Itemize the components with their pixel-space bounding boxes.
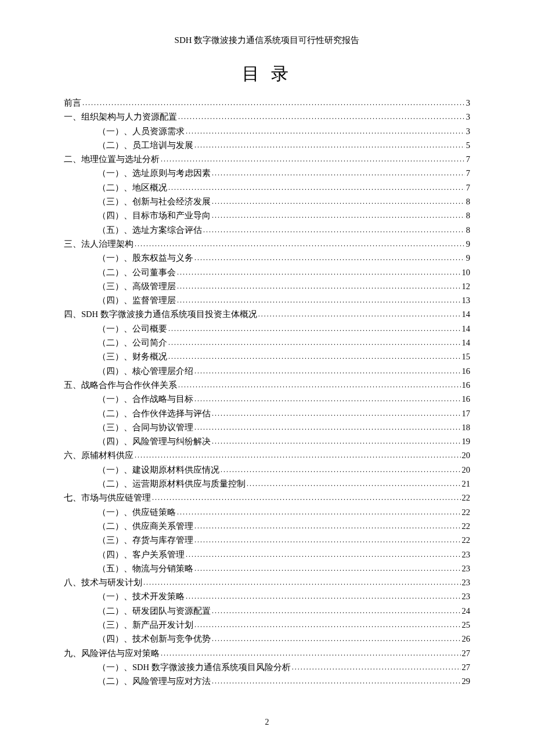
toc-leader-dots (247, 480, 461, 487)
toc-entry: （二）、员工培训与发展5 (98, 141, 470, 150)
toc-entry: （一）、公司概要14 (98, 325, 470, 333)
toc-entry-label: （三）、高级管理层 (98, 282, 176, 291)
toc-leader-dots (212, 438, 461, 445)
toc-entry-label: （四）、核心管理层介绍 (98, 367, 193, 376)
toc-entry-label: （一）、合作战略与目标 (98, 395, 193, 404)
page-number: 2 (0, 718, 534, 727)
toc-entry: （二）、地区概况7 (98, 183, 470, 192)
toc-entry: （二）、公司简介14 (98, 339, 470, 347)
toc-entry-page: 23 (462, 578, 471, 587)
toc-entry: （三）、财务概况15 (98, 352, 470, 361)
toc-entry-page: 25 (462, 621, 471, 629)
toc-entry-page: 12 (462, 282, 471, 291)
toc-leader-dots (194, 142, 465, 149)
toc-entry: （一）、技术开发策略23 (98, 592, 470, 601)
toc-entry-label: （二）、公司董事会 (98, 268, 176, 277)
toc-leader-dots (168, 339, 461, 346)
toc-entry-label: （一）、SDH 数字微波接力通信系统项目风险分析 (98, 663, 291, 672)
toc-entry-label: 九、风险评估与应对策略 (64, 649, 160, 658)
toc-entry: （五）、物流与分销策略23 (98, 564, 470, 573)
toc-entry-label: （一）、人员资源需求 (98, 127, 185, 136)
toc-entry-label: （一）、股东权益与义务 (98, 254, 193, 262)
toc-entry: （一）、股东权益与义务9 (98, 254, 470, 262)
toc-entry-page: 7 (466, 169, 470, 178)
toc-entry-page: 16 (462, 367, 471, 376)
toc-entry-page: 3 (466, 127, 470, 136)
toc-entry-page: 17 (462, 409, 471, 418)
toc-entry: （五）、选址方案综合评估8 (98, 226, 470, 235)
toc-leader-dots (135, 240, 465, 247)
toc-entry: （四）、监督管理层13 (98, 296, 470, 305)
toc-entry-page: 9 (466, 254, 470, 262)
toc-entry-page: 21 (462, 480, 471, 488)
toc-leader-dots (203, 226, 465, 233)
toc-entry-page: 26 (462, 635, 471, 643)
toc-entry-label: 一、组织架构与人力资源配置 (64, 113, 177, 121)
toc-leader-dots (168, 353, 461, 360)
toc-entry: 四、SDH 数字微波接力通信系统项目投资主体概况14 (64, 310, 470, 319)
toc-entry-label: 五、战略合作与合作伙伴关系 (64, 381, 177, 390)
toc-leader-dots (194, 537, 461, 543)
toc-entry: （二）、风险管理与应对方法29 (98, 677, 470, 686)
toc-entry-page: 22 (462, 494, 471, 502)
toc-entry-label: （三）、创新与社会经济发展 (98, 197, 211, 206)
toc-entry-label: （二）、供应商关系管理 (98, 522, 193, 531)
toc-entry-page: 19 (462, 437, 471, 446)
toc-entry-page: 23 (462, 564, 471, 573)
toc-entry-page: 7 (466, 155, 470, 164)
toc-entry-label: 前言 (64, 99, 81, 107)
toc-entry-label: （四）、客户关系管理 (98, 550, 185, 559)
toc-entry-label: （一）、公司概要 (98, 325, 167, 333)
toc-entry: （三）、高级管理层12 (98, 282, 470, 291)
toc-leader-dots (168, 184, 465, 191)
toc-leader-dots (212, 410, 461, 417)
toc-leader-dots (212, 212, 465, 219)
toc-entry-label: （二）、风险管理与应对方法 (98, 677, 211, 686)
toc-entry-label: （二）、运营期原材料供应与质量控制 (98, 480, 246, 488)
toc-leader-dots (135, 452, 461, 459)
toc-entry-label: （一）、建设期原材料供应情况 (98, 466, 219, 474)
toc-entry-page: 23 (462, 550, 471, 559)
toc-leader-dots (168, 325, 461, 332)
toc-entry: （一）、SDH 数字微波接力通信系统项目风险分析27 (98, 663, 470, 672)
toc-entry-page: 24 (462, 607, 471, 615)
toc-entry-page: 3 (466, 113, 470, 121)
toc-entry-label: （二）、员工培训与发展 (98, 141, 193, 150)
toc-entry-page: 20 (462, 466, 471, 474)
toc-entry: （四）、技术创新与竞争优势26 (98, 635, 470, 643)
toc-entry-page: 22 (462, 536, 471, 545)
toc-entry-page: 16 (462, 381, 471, 390)
toc-leader-dots (152, 494, 461, 501)
toc-entry-label: （三）、存货与库存管理 (98, 536, 193, 545)
toc-entry: （四）、目标市场和产业导向8 (98, 211, 470, 220)
toc-entry: （二）、运营期原材料供应与质量控制21 (98, 480, 470, 488)
toc-leader-dots (258, 311, 461, 318)
toc-entry-page: 23 (462, 592, 471, 601)
toc-entry-page: 18 (462, 423, 471, 432)
toc-leader-dots (212, 635, 461, 642)
toc-entry-label: 六、原辅材料供应 (64, 451, 134, 460)
toc-entry-label: （四）、风险管理与纠纷解决 (98, 437, 211, 446)
toc-leader-dots (161, 156, 465, 163)
toc-entry-label: （三）、财务概况 (98, 352, 167, 361)
toc-leader-dots (186, 128, 465, 135)
toc-entry: （四）、核心管理层介绍16 (98, 367, 470, 376)
toc-entry: 五、战略合作与合作伙伴关系16 (64, 381, 470, 390)
toc-entry-page: 27 (462, 649, 471, 658)
toc-entry-label: （二）、地区概况 (98, 183, 167, 192)
toc-entry-label: （四）、监督管理层 (98, 296, 176, 305)
toc-entry: 二、地理位置与选址分析7 (64, 155, 470, 164)
toc-entry-label: （一）、选址原则与考虑因素 (98, 169, 211, 178)
toc-entry: （二）、公司董事会10 (98, 268, 470, 277)
toc-leader-dots (177, 269, 461, 276)
toc-entry-page: 22 (462, 522, 471, 531)
toc-entry: （三）、创新与社会经济发展8 (98, 197, 470, 206)
toc-entry-label: 四、SDH 数字微波接力通信系统项目投资主体概况 (64, 310, 257, 319)
toc-entry: （四）、客户关系管理23 (98, 550, 470, 559)
toc-entry-page: 16 (462, 395, 471, 404)
toc-leader-dots (177, 297, 461, 304)
toc-entry: 七、市场与供应链管理22 (64, 494, 470, 502)
toc-entry-label: （二）、合作伙伴选择与评估 (98, 409, 211, 418)
toc-entry: （一）、供应链策略22 (98, 508, 470, 517)
toc-entry-page: 8 (466, 211, 470, 220)
